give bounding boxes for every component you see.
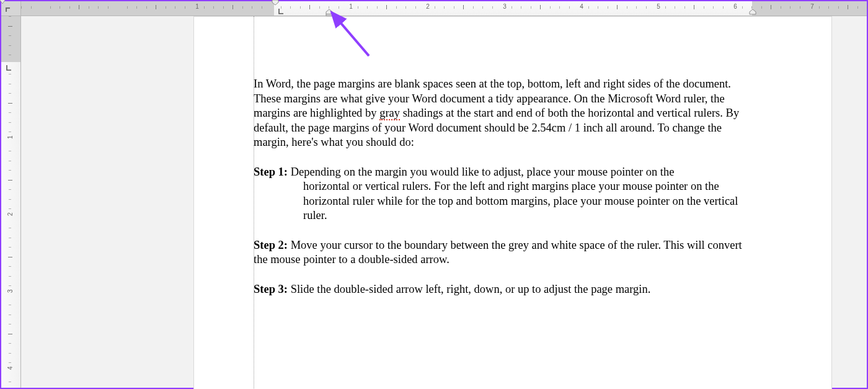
step-2-label: Step 2: <box>254 239 288 251</box>
step-1: Step 1: Depending on the margin you woul… <box>254 165 751 223</box>
spellcheck-squiggle[interactable]: gray <box>379 107 400 120</box>
step-2: Step 2: Move your cursor to the boundary… <box>254 238 751 267</box>
right-indent-marker[interactable] <box>749 9 755 14</box>
ruler-corner <box>1 1 21 16</box>
page-content[interactable]: In Word, the page margins are blank spac… <box>254 77 751 311</box>
v-ruler-number: 1 <box>7 135 14 139</box>
v-ruler-number: 4 <box>7 366 14 370</box>
first-line-indent-marker[interactable] <box>272 0 278 5</box>
vertical-ruler[interactable]: 1234 <box>1 16 21 388</box>
step-3-label: Step 3: <box>254 283 288 295</box>
document-page[interactable]: In Word, the page margins are blank spac… <box>193 16 832 389</box>
tab-stop-v-icon <box>6 65 13 72</box>
intro-paragraph: In Word, the page margins are blank spac… <box>254 77 751 150</box>
h-ruler-number: 5 <box>657 3 660 10</box>
step-2-text: Move your cursor to the boundary between… <box>254 239 742 266</box>
h-ruler-number: 1 <box>349 3 353 10</box>
h-ruler-number: 1 <box>195 3 199 10</box>
step-3-text: Slide the double-sided arrow left, right… <box>288 283 650 295</box>
app-frame: 11234567 1234 In Word, the page <box>0 0 868 389</box>
h-ruler-number: 2 <box>426 3 430 10</box>
h-ruler-ticks: 11234567 <box>21 1 867 16</box>
v-ruler-number: 3 <box>7 289 14 293</box>
top-marker-icon <box>0 0 6 4</box>
tab-stop-icon[interactable] <box>278 8 285 16</box>
step-1-first: Depending on the margin you would like t… <box>288 166 674 178</box>
v-ruler-number: 2 <box>7 212 14 216</box>
h-ruler-number: 6 <box>733 3 737 10</box>
h-ruler-number: 3 <box>503 3 507 10</box>
h-ruler-number: 4 <box>580 3 583 10</box>
step-3: Step 3: Slide the double-sided arrow lef… <box>254 282 751 297</box>
page-area: In Word, the page margins are blank spac… <box>21 16 867 388</box>
step-1-label: Step 1: <box>254 166 288 178</box>
step-1-body: horizontal or vertical rulers. For the l… <box>254 179 751 223</box>
h-ruler-number: 7 <box>810 3 814 10</box>
hanging-indent-marker[interactable] <box>326 9 332 14</box>
horizontal-ruler[interactable]: 11234567 <box>21 1 867 16</box>
